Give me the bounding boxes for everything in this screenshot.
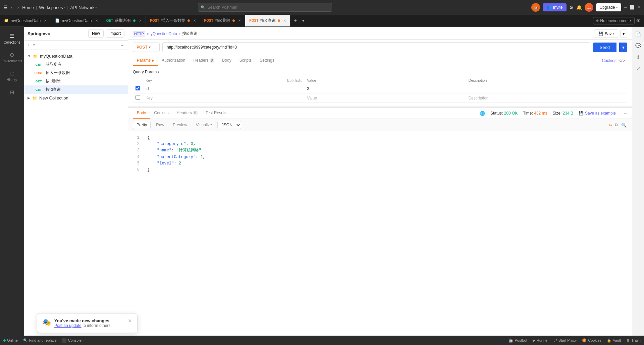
tab-authorization[interactable]: Authorization	[158, 55, 189, 66]
tab-get-all[interactable]: GET 获取所有 ✕	[102, 15, 146, 26]
forward-icon[interactable]: ›	[16, 4, 20, 11]
runner-button[interactable]: ▶ Runner	[533, 338, 549, 343]
tab-params[interactable]: Params	[133, 55, 158, 66]
cookies-bottom-button[interactable]: 🍪 Cookies	[582, 338, 601, 343]
format-pretty-button[interactable]: Pretty	[133, 121, 151, 129]
word-wrap-icon[interactable]: ⇔	[608, 123, 612, 128]
start-proxy-button[interactable]: ⇄ Start Proxy	[554, 338, 577, 343]
tab-settings[interactable]: Settings	[256, 55, 278, 66]
format-raw-button[interactable]: Raw	[153, 121, 167, 129]
save-dropdown-button[interactable]: ▾	[620, 29, 627, 38]
tab-close-icon[interactable]: ✕	[44, 19, 47, 22]
toast-link[interactable]: Post an update	[54, 323, 82, 328]
cookies-link[interactable]: Cookies	[602, 58, 616, 63]
param-checkbox[interactable]	[136, 95, 140, 100]
home-link[interactable]: Home	[22, 5, 34, 10]
param-key-placeholder[interactable]: Key	[146, 96, 153, 100]
copy-response-icon[interactable]: ⧉	[614, 122, 619, 128]
tab-headers[interactable]: Headers8	[189, 55, 218, 66]
bulk-edit-link[interactable]: Bulk Edit	[287, 78, 302, 82]
param-value-placeholder[interactable]: Value	[307, 96, 317, 100]
tab-myquestiondata-file[interactable]: 📄 myQuestionData ✕	[51, 15, 102, 26]
settings-icon[interactable]: ⚙	[569, 5, 574, 10]
environment-selector[interactable]: ⊘ No environment ▾	[593, 17, 635, 24]
search-input[interactable]	[198, 3, 332, 12]
send-dropdown-button[interactable]: ▾	[619, 43, 627, 52]
more-options-icon[interactable]: ···	[121, 43, 124, 48]
environment-settings-icon[interactable]: 👁	[636, 18, 641, 23]
sidebar-item-environments[interactable]: ⊙ Environments	[2, 49, 22, 66]
list-item-active[interactable]: GET 按id查询	[24, 85, 128, 94]
method-selector[interactable]: POST ▾	[133, 43, 160, 52]
list-item[interactable]: POST 插入一条数据	[24, 69, 128, 77]
new-collection-item[interactable]: ▶ 📁 New Collection	[24, 94, 128, 102]
menu-icon[interactable]: ☰	[3, 5, 8, 10]
breadcrumb-collection-link[interactable]: myQuestionData	[147, 31, 177, 36]
param-value-field[interactable]: 3	[307, 86, 309, 91]
tab-close-icon[interactable]: ✕	[95, 19, 98, 22]
code-icon[interactable]: </>	[616, 58, 627, 63]
param-key-value[interactable]: id	[146, 86, 149, 91]
filter-icon[interactable]: ≡	[33, 43, 36, 48]
tab-post-query[interactable]: POST 按id查询 ✕	[245, 15, 290, 26]
url-input[interactable]	[162, 42, 590, 52]
api-network-link[interactable]: API Network ▾	[70, 5, 97, 10]
sidebar-item-collections[interactable]: ☰ Collections	[2, 30, 22, 47]
tab-scripts[interactable]: Scripts	[235, 55, 256, 66]
trash-button[interactable]: 🗑 Trash	[626, 338, 641, 342]
param-checkbox[interactable]	[136, 86, 140, 90]
workspaces-link[interactable]: Workspaces ▾	[39, 5, 65, 10]
notifications-icon[interactable]: 🔔	[576, 5, 582, 10]
comments-icon[interactable]: 💬	[633, 41, 643, 50]
save-as-example-button[interactable]: 💾 Save as example	[579, 111, 616, 116]
format-type-selector[interactable]: JSON XML HTML Text	[217, 121, 241, 129]
console-button[interactable]: ⬛ Console	[62, 338, 82, 343]
toast-close-icon[interactable]: ✕	[128, 318, 132, 324]
tab-close-icon[interactable]: ✕	[139, 19, 142, 22]
resp-tab-cookies[interactable]: Cookies	[150, 108, 172, 119]
send-button[interactable]: Send	[593, 43, 616, 52]
save-button[interactable]: 💾 Save	[594, 29, 618, 38]
tab-post-insert[interactable]: POST 插入一条数据 ✕	[146, 15, 200, 26]
format-preview-button[interactable]: Preview	[169, 121, 191, 129]
expand-icon[interactable]: ⤢	[634, 64, 642, 73]
close-icon[interactable]: ✕	[637, 5, 641, 10]
search-response-icon[interactable]: 🔍	[621, 122, 627, 128]
add-collection-icon[interactable]: +	[28, 43, 30, 48]
minimize-icon[interactable]: ─	[624, 5, 627, 10]
collection-myquestiondata[interactable]: ▼ 📁 myQuestionData	[24, 52, 128, 60]
tab-close-icon[interactable]: ✕	[283, 19, 286, 22]
tab-overflow-icon[interactable]: ▾	[300, 18, 306, 23]
resp-tab-test-results[interactable]: Test Results	[202, 108, 231, 119]
format-visualize-button[interactable]: Visualize	[193, 121, 215, 129]
tab-body[interactable]: Body	[218, 55, 235, 66]
list-item[interactable]: GET 获取所有	[24, 60, 128, 69]
back-icon[interactable]: ‹	[10, 4, 14, 11]
param-description-placeholder[interactable]: Description	[468, 96, 488, 100]
tab-myquestiondata-collection[interactable]: 📁 myQuestionData ✕	[0, 15, 51, 26]
import-button[interactable]: Import	[106, 29, 124, 38]
upgrade-button[interactable]: Upgrade ▾	[596, 3, 621, 11]
user-avatar[interactable]: 🦊	[585, 3, 593, 12]
request-docs-icon[interactable]: 📄	[633, 29, 643, 39]
mock-icon: ⊞	[10, 89, 14, 95]
tab-close-icon[interactable]: ✕	[193, 19, 196, 22]
list-item[interactable]: GET 按id删除	[24, 77, 128, 85]
add-tab-icon[interactable]: +	[290, 18, 300, 24]
postbot-button[interactable]: 🤖 Postbot	[508, 338, 527, 343]
vault-button[interactable]: 🔒 Vault	[607, 338, 621, 343]
response-status-bar: 🌐 Status: 200 OK Time: 432 ms Size: 234 …	[480, 111, 627, 116]
resp-tab-headers[interactable]: Headers5	[173, 108, 202, 119]
resp-tab-body[interactable]: Body	[133, 108, 150, 119]
collection-tree: ▼ 📁 myQuestionData GET 获取所有 POST 插入一条数据 …	[24, 50, 128, 336]
invite-button[interactable]: 👥 Invite	[543, 3, 567, 11]
new-button[interactable]: New	[88, 29, 104, 38]
sidebar-item-history[interactable]: ◷ History	[2, 68, 22, 84]
restore-icon[interactable]: ⬜	[630, 5, 635, 10]
tab-post-delete[interactable]: POST 按id删除 ✕	[200, 15, 246, 26]
info-icon[interactable]: ℹ	[635, 52, 641, 62]
find-replace-button[interactable]: 🔍 Find and replace	[23, 338, 57, 343]
response-more-options-icon[interactable]: ···	[624, 111, 627, 116]
sidebar-item-mock[interactable]: ⊞	[2, 86, 22, 98]
tab-close-icon[interactable]: ✕	[238, 19, 241, 22]
